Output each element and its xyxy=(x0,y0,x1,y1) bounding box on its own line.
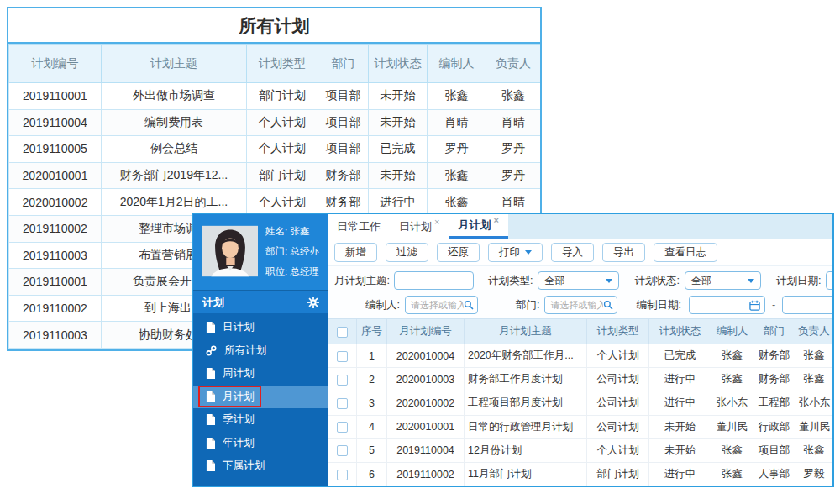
view-log-button[interactable]: 查看日志 xyxy=(654,243,717,262)
print-button[interactable]: 打印 xyxy=(488,243,543,262)
cell-owner-link[interactable]: 张鑫 xyxy=(795,438,833,462)
cell-subject-link[interactable]: 日常的行政管理月计划 xyxy=(465,415,587,438)
sidebar-item-all-plans[interactable]: 所有计划 xyxy=(193,339,328,363)
close-icon[interactable]: × xyxy=(493,215,498,225)
cell-subject-link[interactable]: 12月份计划 xyxy=(465,438,587,462)
cell-plan-id-link[interactable]: 2020010003 xyxy=(387,368,465,391)
sidebar-item-daily-plan[interactable]: 日计划 xyxy=(193,316,328,339)
cell-plan-id-link[interactable]: 2019110004 xyxy=(387,438,465,462)
sidebar-item-yearly-plan[interactable]: 年计划 xyxy=(193,432,328,455)
row-checkbox[interactable] xyxy=(337,351,348,362)
status-filter-label: 计划状态: xyxy=(634,274,679,288)
monthly-plan-header-row: 序号 月计划编号 月计划主题 计划类型 计划状态 编制人 部门 负责人 xyxy=(328,319,833,344)
plan-date-input[interactable] xyxy=(826,271,834,290)
sidebar-item-subordinate-plan[interactable]: 下属计划 xyxy=(193,454,328,478)
cell-plan-id-link[interactable]: 2020010004 xyxy=(387,344,465,368)
row-checkbox[interactable] xyxy=(337,398,348,409)
search-icon[interactable] xyxy=(464,300,474,310)
sidebar-item-label: 月计划 xyxy=(223,390,255,404)
sidebar-item-monthly-plan[interactable]: 月计划 xyxy=(193,386,328,409)
section-title: 计划 xyxy=(202,295,224,310)
cell-dept: 财务部 xyxy=(753,368,795,391)
col-owner: 负责人 xyxy=(795,319,833,344)
tab-daily-work[interactable]: 日常工作 xyxy=(328,214,390,239)
cell-creator-link[interactable]: 张鑫 xyxy=(711,462,753,486)
cell-owner-link[interactable]: 张小东 xyxy=(795,391,833,415)
table-row[interactable]: 2019110001 外出做市场调查 部门计划 项目部 未开始 张鑫 张鑫 xyxy=(9,83,541,110)
table-row[interactable]: 5 2019110004 12月份计划 个人计划 未开始 张鑫 项目部 张鑫 xyxy=(328,438,833,462)
page-title: 所有计划 xyxy=(8,8,540,44)
subject-filter-input[interactable] xyxy=(394,271,474,290)
calendar-icon[interactable] xyxy=(749,300,760,311)
cell-subject-link[interactable]: 工程项目部月度计划 xyxy=(465,391,587,415)
tab-daily-plan[interactable]: 日计划 × xyxy=(390,214,449,239)
chevron-down-icon xyxy=(606,279,612,283)
table-row[interactable]: 2020010001 财务部门2019年12... 部门计划 财务部 未开始 张… xyxy=(9,162,541,189)
cell-plan-id-link[interactable]: 2020010001 xyxy=(387,415,465,438)
sidebar-item-quarterly-plan[interactable]: 季计划 xyxy=(193,408,328,432)
cell-plan-id: 2019110003 xyxy=(9,242,102,269)
sidebar-item-weekly-plan[interactable]: 周计划 xyxy=(193,362,328,386)
reset-button[interactable]: 还原 xyxy=(437,243,480,262)
cell-owner-link[interactable]: 董川民 xyxy=(795,415,833,438)
cell-creator: 张鑫 xyxy=(428,162,486,189)
table-row[interactable]: 2 2020010003 财务部工作月度计划 公司计划 进行中 张鑫 财务部 张… xyxy=(328,368,833,391)
table-row[interactable]: 6 2019110002 11月部门计划 部门计划 进行中 张鑫 人事部 罗毅 xyxy=(328,462,833,486)
cell-creator-link[interactable]: 张鑫 xyxy=(711,344,753,368)
dept-filter-input[interactable]: 请选择或输入 xyxy=(544,296,617,314)
cell-plan-id: 2019110003 xyxy=(9,322,102,349)
table-row[interactable]: 4 2020010001 日常的行政管理月计划 公司计划 未开始 董川民 行政部… xyxy=(328,415,833,438)
type-filter-select[interactable]: 全部 xyxy=(538,271,619,290)
doc-icon xyxy=(206,368,215,379)
monthly-plan-table-wrap: 序号 月计划编号 月计划主题 计划类型 计划状态 编制人 部门 负责人 xyxy=(328,318,832,486)
search-icon[interactable] xyxy=(603,300,613,310)
gear-icon[interactable] xyxy=(307,297,319,308)
create-date-end-input[interactable] xyxy=(782,296,834,314)
cell-type: 公司计划 xyxy=(587,415,649,438)
cell-owner-link[interactable]: 罗毅 xyxy=(795,462,833,486)
profile-department: 部门: 总经办 xyxy=(265,245,319,258)
filter-button[interactable]: 过滤 xyxy=(386,243,428,262)
sidebar-item-label: 季计划 xyxy=(223,412,255,427)
cell-subject: 外出做市场调查 xyxy=(102,83,247,110)
row-checkbox[interactable] xyxy=(337,470,348,480)
status-filter-select[interactable]: 全部 xyxy=(685,271,761,290)
cell-owner: 罗丹 xyxy=(486,136,541,163)
avatar xyxy=(202,224,258,278)
cell-creator-link[interactable]: 张小东 xyxy=(711,391,753,415)
cell-subject: 财务部门2019年12... xyxy=(102,162,247,189)
cell-subject-link[interactable]: 财务部工作月度计划 xyxy=(465,368,587,391)
col-plan-type: 计划类型 xyxy=(587,319,649,344)
table-row[interactable]: 2019110004 编制费用表 个人计划 项目部 未开始 肖晴 肖晴 xyxy=(9,109,541,136)
cell-creator-link[interactable]: 张鑫 xyxy=(711,368,753,391)
row-checkbox[interactable] xyxy=(337,375,348,386)
table-row[interactable]: 2019110005 例会总结 个人计划 项目部 已完成 罗丹 罗丹 xyxy=(9,136,541,163)
cell-plan-id-link[interactable]: 2019110002 xyxy=(387,462,465,486)
cell-owner-link[interactable]: 张鑫 xyxy=(795,368,833,391)
col-seq: 序号 xyxy=(357,319,387,344)
row-checkbox[interactable] xyxy=(337,422,348,433)
cell-owner-link[interactable]: 张鑫 xyxy=(795,344,833,368)
table-row[interactable]: 1 2020010004 2020年财务部工作月... 个人计划 已完成 张鑫 … xyxy=(328,344,833,368)
export-button[interactable]: 导出 xyxy=(602,243,645,262)
cell-dept: 行政部 xyxy=(753,415,795,438)
cell-subject-link[interactable]: 11月部门计划 xyxy=(465,462,587,486)
cell-status: 未开始 xyxy=(369,83,428,110)
cell-plan-id-link[interactable]: 2020010002 xyxy=(387,391,465,415)
create-date-start-input[interactable] xyxy=(689,296,765,314)
table-row[interactable]: 3 2020010002 工程项目部月度计划 公司计划 进行中 张小东 工程部 … xyxy=(328,391,833,415)
table-row[interactable]: 2020010002 2020年1月2日的工... 个人计划 财务部 进行中 张… xyxy=(9,189,541,216)
select-all-checkbox[interactable] xyxy=(337,327,348,338)
cell-subject-link[interactable]: 2020年财务部工作月... xyxy=(465,344,587,368)
tab-monthly-plan[interactable]: 月计划 × xyxy=(449,214,507,239)
close-icon[interactable]: × xyxy=(434,217,439,227)
add-button[interactable]: 新增 xyxy=(334,243,377,262)
import-button[interactable]: 导入 xyxy=(551,243,594,262)
cell-creator-link[interactable]: 董川民 xyxy=(711,415,753,438)
cell-plan-id: 2019110002 xyxy=(9,295,102,322)
cell-dept: 项目部 xyxy=(318,83,369,110)
creator-filter-input[interactable]: 请选择或输入 xyxy=(405,296,478,314)
cell-creator-link[interactable]: 张鑫 xyxy=(711,438,753,462)
row-checkbox[interactable] xyxy=(337,445,348,456)
col-plan-type: 计划类型 xyxy=(247,45,318,83)
